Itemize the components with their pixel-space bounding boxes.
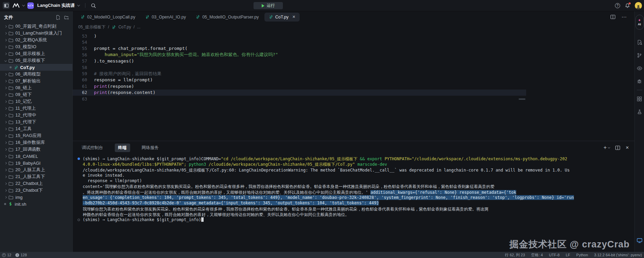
statusbar-python-interpreter[interactable]: 3.12.2 64-bit ('shims': pyenv) (594, 253, 642, 257)
editor-tab-CoT.py[interactable]: CoT.py✕ (264, 13, 300, 22)
code-line-59[interactable]: 59# 接收用户的询问，返回回答结果 (73, 70, 634, 77)
tree-folder-16_操作数据库[interactable]: 16_操作数据库 (0, 139, 72, 146)
chevron-icon (4, 196, 7, 198)
tree-folder-12_代理中[interactable]: 12_代理中 (0, 112, 72, 119)
new-folder-icon[interactable] (64, 15, 69, 20)
debug-bug-icon[interactable] (635, 75, 644, 88)
python-icon (111, 25, 116, 29)
code-line-57[interactable]: 57).to_messages() (73, 58, 634, 64)
tree-item-label: 02_文档QA系统 (15, 37, 47, 43)
tree-folder-07_解析输出[interactable]: 07_解析输出 (0, 78, 72, 84)
terminal-output[interactable]: (shims) → LangChain-shizhanke $(git_prom… (73, 154, 634, 252)
tree-folder-04_提示模板上[interactable]: 04_提示模板上 (0, 50, 72, 57)
tree-folder-02_文档QA系统[interactable]: 02_文档QA系统 (0, 37, 72, 43)
tree-folder-14_工具[interactable]: 14_工具 (0, 125, 72, 132)
new-terminal-button[interactable]: + (604, 145, 610, 151)
tree-folder-08_链上[interactable]: 08_链上 (0, 84, 72, 91)
terminal-line-5: response = llm(prompt) (73, 178, 634, 184)
panel-tab-网络服务[interactable]: 网络服务 (138, 144, 162, 152)
tree-folder-23_Chatbot下[interactable]: 23_Chatbot下 (0, 187, 72, 194)
new-file-icon[interactable] (56, 15, 60, 20)
code-line-63[interactable]: 63 (73, 96, 634, 102)
tree-folder-03_模型IO[interactable]: 03_模型IO (0, 43, 72, 50)
extensions-grid-icon[interactable] (635, 92, 644, 105)
close-tab-icon[interactable]: ✕ (292, 15, 295, 19)
code-text: # 接收用户的询问，返回回答结果 (87, 71, 162, 77)
chevron-icon (4, 114, 7, 116)
tree-folder-13_代理下[interactable]: 13_代理下 (0, 119, 72, 125)
code-editor[interactable]: 53)5455prompt = chat_prompt.format_promp… (73, 31, 634, 141)
code-line-53[interactable]: 53) (73, 33, 634, 39)
panel-tab-调试控制台[interactable]: 调试控制台 (78, 144, 107, 152)
statusbar-indentation[interactable]: 空格: 4 (531, 253, 543, 258)
tree-folder-21_人脉工具下[interactable]: 21_人脉工具下 (0, 173, 72, 180)
folder-icon (9, 161, 13, 165)
preview-eye-icon[interactable] (635, 62, 644, 75)
breadcrumb-item[interactable]: CoT.py (118, 25, 131, 29)
code-line-58[interactable]: 58 (73, 64, 634, 70)
toggle-sidebar-icon[interactable] (3, 2, 10, 9)
tree-folder-15_RAG应用[interactable]: 15_RAG应用 (0, 132, 72, 139)
tree-file-init.sh[interactable]: $init.sh (0, 201, 72, 207)
editor-tab-02_ModelIO_LoopCall.py[interactable]: 02_ModelIO_LoopCall.py (76, 13, 139, 22)
avatar[interactable] (635, 2, 642, 9)
editor-tab-05_ModelIO_OutputParser.py[interactable]: 05_ModelIO_OutputParser.py (191, 13, 263, 22)
statusbar-language-mode[interactable]: Python (576, 253, 588, 257)
code-line-55[interactable]: 55prompt = chat_prompt.format_prompt( (73, 45, 634, 52)
run-label: 运行 (267, 3, 275, 9)
editor-tabbar: 02_ModelIO_LoopCall.py03_OpenAI_IO.py05_… (73, 11, 634, 23)
search-icon[interactable] (91, 3, 96, 8)
folder-icon (9, 45, 13, 49)
tree-folder-00_开篇词_奇点时刻[interactable]: 00_开篇词_奇点时刻 (0, 23, 72, 30)
git-branch-icon[interactable] (635, 49, 644, 62)
ai-assistant-button[interactable]: ✦ AI (635, 15, 644, 30)
split-editor-icon[interactable] (611, 15, 615, 19)
tree-folder-06_调用模型[interactable]: 06_调用模型 (0, 71, 72, 78)
problems-warning-icon[interactable]: !128 (15, 253, 27, 257)
tree-folder-10_记忆[interactable]: 10_记忆 (0, 98, 72, 105)
tree-file-CoT.py[interactable]: CoT.py (0, 64, 72, 71)
editor-scrollbar-thumb[interactable] (519, 98, 525, 100)
problems-error-icon[interactable]: ✕12 (2, 253, 11, 257)
code-line-60[interactable]: 60response = llm(prompt) (73, 77, 634, 83)
line-number: 54 (73, 40, 87, 45)
code-text: ) (87, 33, 97, 39)
test-flask-icon[interactable] (635, 105, 644, 118)
tree-folder-11_代理上[interactable]: 11_代理上 (0, 105, 72, 112)
tree-folder-19_BabyAGI[interactable]: 19_BabyAGI (0, 160, 72, 166)
statusbar-cursor-position[interactable]: 行 62, 列 23 (505, 253, 525, 258)
tree-folder-09_链下[interactable]: 09_链下 (0, 91, 72, 98)
tree-folder-18_CAMEL[interactable]: 18_CAMEL (0, 153, 72, 160)
panel-tab-终端[interactable]: 终端 (115, 144, 130, 152)
tree-folder-17_回调函数[interactable]: 17_回调函数 (0, 146, 72, 153)
logo-chevron-icon[interactable] (22, 3, 25, 6)
code-line-56[interactable]: 56 human_input="我想为我的女朋友购买一些花。她喜欢粉色和紫色。你… (73, 52, 634, 58)
code-line-54[interactable]: 54 (73, 39, 634, 45)
breadcrumb-item[interactable]: ... (137, 25, 140, 29)
tree-folder-01_LangChain快速入门[interactable]: 01_LangChain快速入门 (0, 30, 72, 37)
close-panel-icon[interactable]: ✕ (626, 145, 629, 150)
run-button[interactable]: 运行 (254, 2, 283, 9)
statusbar-eol[interactable]: LF (566, 253, 570, 257)
tree-item-label: CoT.py (20, 65, 35, 70)
help-icon[interactable]: ? (615, 3, 620, 8)
code-line-61[interactable]: 61print(response) (73, 83, 634, 89)
python-icon (269, 15, 273, 19)
tree-folder-22_Chatbot上[interactable]: 22_Chatbot上 (0, 180, 72, 187)
notifications-bell-icon[interactable] (625, 3, 630, 8)
tree-folder-img[interactable]: img (0, 194, 72, 201)
code-line-62[interactable]: 62print(response.content) (73, 90, 634, 96)
tree-folder-05_提示模板下[interactable]: 05_提示模板下 (0, 57, 72, 64)
statusbar-encoding[interactable]: UTF-8 (549, 253, 560, 257)
file-search-icon[interactable] (635, 36, 644, 49)
marscode-logo[interactable] (12, 3, 20, 8)
editor-tab-03_OpenAI_IO.py[interactable]: 03_OpenAI_IO.py (141, 13, 190, 22)
remote-monitor-icon[interactable] (635, 234, 644, 247)
more-actions-icon[interactable]: ⋯ (621, 14, 627, 20)
project-chevron-icon[interactable] (77, 3, 80, 6)
breadcrumb-item[interactable]: 05_提示模板下 (78, 24, 106, 30)
split-panel-icon[interactable] (615, 146, 620, 150)
tree-folder-20_人脉工具上[interactable]: 20_人脉工具上 (0, 166, 72, 173)
prompt-dot (78, 219, 80, 221)
project-name[interactable]: LangChain 实战课 (37, 2, 75, 9)
